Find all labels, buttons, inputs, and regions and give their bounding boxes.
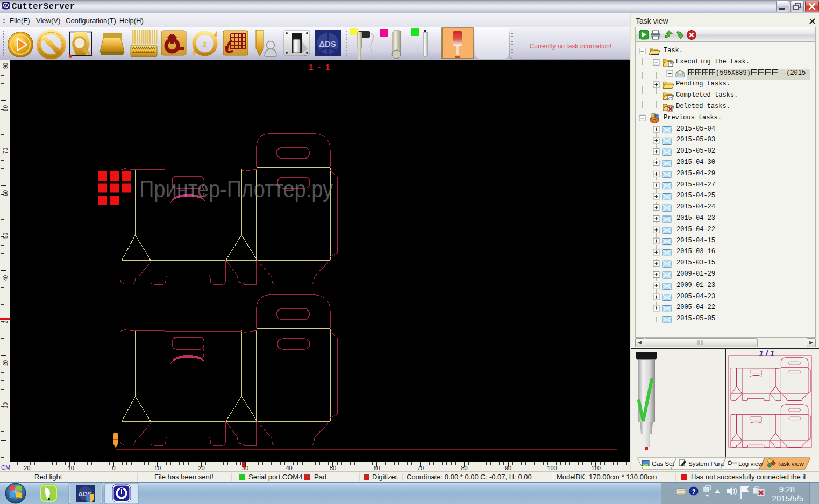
- svg-text:z: z: [203, 39, 208, 49]
- svg-text:50: 50: [330, 465, 336, 471]
- svg-text:10: 10: [154, 465, 161, 471]
- svg-text:100: 100: [547, 465, 557, 471]
- svg-text:?: ?: [692, 488, 696, 495]
- svg-text:70: 70: [417, 465, 424, 471]
- svg-text:10: 10: [3, 402, 9, 409]
- svg-text:-20: -20: [22, 465, 31, 471]
- svg-text:0: 0: [112, 465, 115, 471]
- svg-text:CM: CM: [1, 464, 10, 471]
- svg-text:Task view: Task view: [777, 460, 804, 467]
- svg-text:20: 20: [198, 465, 204, 471]
- svg-text:1 / 1: 1 / 1: [759, 349, 774, 358]
- svg-text:80: 80: [3, 105, 9, 112]
- svg-text:Gas Set: Gas Set: [652, 460, 674, 467]
- svg-text:50: 50: [3, 233, 9, 239]
- svg-text:60: 60: [373, 465, 380, 471]
- svg-text:60: 60: [3, 190, 9, 197]
- svg-text:2015/5/5: 2015/5/5: [772, 494, 803, 503]
- svg-text:1 - 1: 1 - 1: [309, 63, 331, 71]
- svg-text:110: 110: [591, 465, 601, 471]
- svg-text:70: 70: [3, 148, 9, 154]
- svg-text:80: 80: [461, 465, 467, 471]
- svg-text:90: 90: [505, 465, 511, 471]
- svg-text:-10: -10: [66, 465, 74, 471]
- svg-text:Log view: Log view: [738, 460, 763, 467]
- svg-text:20: 20: [3, 360, 9, 366]
- svg-text:40: 40: [3, 275, 9, 282]
- svg-text:ΔDS: ΔDS: [319, 39, 336, 48]
- svg-text:40: 40: [286, 465, 292, 471]
- svg-text:System Para: System Para: [688, 460, 724, 467]
- svg-text:Принтер-Плоттер.ру: Принтер-Плоттер.ру: [139, 176, 333, 202]
- svg-text:90: 90: [3, 63, 9, 69]
- svg-text:9:28: 9:28: [779, 485, 795, 494]
